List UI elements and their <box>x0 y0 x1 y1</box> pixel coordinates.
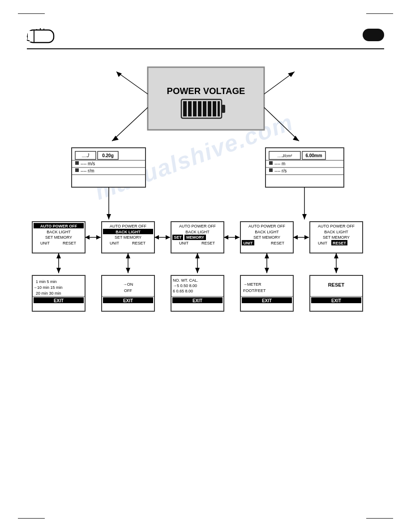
svg-marker-95 <box>304 235 309 240</box>
svg-text:EXIT: EXIT <box>54 298 64 303</box>
svg-text:POWER VOLTAGE: POWER VOLTAGE <box>167 86 245 96</box>
svg-text:RESET: RESET <box>271 241 285 245</box>
svg-text:AUTO POWER OFF: AUTO POWER OFF <box>179 224 216 228</box>
svg-line-21 <box>112 107 148 141</box>
svg-text:0.20g: 0.20g <box>102 153 114 158</box>
svg-text:SET  MEMORY: SET MEMORY <box>253 235 280 240</box>
border-bl <box>18 518 45 519</box>
svg-text:→10 min  15 min: →10 min 15 min <box>33 285 63 290</box>
svg-rect-14 <box>198 101 201 116</box>
svg-text:→ON: →ON <box>123 282 133 287</box>
svg-text:UNIT: UNIT <box>244 241 253 245</box>
svg-text:SET  MEMORY: SET MEMORY <box>45 235 72 240</box>
svg-text:AUTO POWER OFF: AUTO POWER OFF <box>248 224 285 228</box>
svg-rect-7 <box>148 67 264 130</box>
svg-text:---- m: ---- m <box>274 161 285 166</box>
svg-text:20 min  30 min: 20 min 30 min <box>36 291 61 296</box>
main-diagram: POWER VOLTAGE ....J 0.20g ---- m/s ---- … <box>27 54 384 479</box>
svg-marker-109 <box>126 253 130 258</box>
svg-marker-105 <box>56 268 61 273</box>
svg-marker-106 <box>56 253 61 258</box>
svg-rect-44 <box>269 161 273 165</box>
svg-text:---- r/m: ---- r/m <box>81 168 94 173</box>
svg-text:MEMORY: MEMORY <box>186 235 204 240</box>
header-line <box>27 48 384 49</box>
svg-text:EXIT: EXIT <box>193 298 202 303</box>
svg-text:RESET: RESET <box>328 282 345 287</box>
svg-text:→METER: →METER <box>243 282 261 287</box>
svg-text:---- r/s: ---- r/s <box>274 168 287 173</box>
svg-text:AUTO POWER OFF: AUTO POWER OFF <box>40 224 77 228</box>
svg-marker-117 <box>334 268 338 273</box>
svg-text:EXIT: EXIT <box>331 298 341 303</box>
svg-text:EXIT: EXIT <box>262 298 272 303</box>
svg-marker-112 <box>195 253 200 258</box>
svg-text:BACK LIGHT: BACK LIGHT <box>47 230 71 234</box>
svg-text:FOOT/FEET: FOOT/FEET <box>243 288 266 293</box>
svg-text:SET: SET <box>174 235 182 240</box>
svg-rect-126 <box>102 275 154 311</box>
svg-rect-13 <box>193 101 197 116</box>
svg-line-19 <box>116 72 148 94</box>
svg-text:SET  MEMORY: SET MEMORY <box>115 235 141 240</box>
svg-marker-64 <box>85 235 90 240</box>
svg-marker-86 <box>224 235 228 240</box>
svg-marker-20 <box>116 72 122 77</box>
svg-text:RESET: RESET <box>201 241 215 245</box>
svg-text:UNIT: UNIT <box>318 241 327 245</box>
svg-rect-12 <box>188 101 192 116</box>
svg-rect-46 <box>269 168 273 172</box>
svg-marker-114 <box>265 268 269 273</box>
svg-text:6.00mm: 6.00mm <box>305 153 322 158</box>
svg-marker-54 <box>302 214 307 219</box>
svg-rect-16 <box>208 101 211 116</box>
svg-text:UNIT: UNIT <box>40 241 50 245</box>
svg-text:BACK LIGHT: BACK LIGHT <box>116 230 141 234</box>
svg-rect-32 <box>75 161 79 165</box>
svg-rect-11 <box>183 101 187 116</box>
svg-marker-26 <box>293 136 299 141</box>
svg-rect-15 <box>203 101 206 116</box>
svg-rect-17 <box>213 101 216 116</box>
svg-text:EXIT: EXIT <box>123 298 133 303</box>
svg-text:....J/cm²: ....J/cm² <box>278 154 292 158</box>
svg-rect-145 <box>310 275 363 311</box>
svg-text:6   0.65   8.00: 6 0.65 8.00 <box>173 289 193 293</box>
svg-marker-74 <box>154 235 159 240</box>
svg-marker-118 <box>334 253 338 258</box>
svg-text:RESET: RESET <box>63 241 77 245</box>
svg-text:SET  MEMORY: SET MEMORY <box>323 235 350 240</box>
hand-icon <box>27 25 63 45</box>
border-br <box>366 518 393 519</box>
svg-rect-139 <box>240 275 293 311</box>
svg-text:BACK LIGHT: BACK LIGHT <box>324 230 348 234</box>
svg-rect-18 <box>218 101 220 116</box>
svg-marker-108 <box>126 268 130 273</box>
svg-marker-85 <box>235 235 240 240</box>
svg-text:AUTO POWER OFF: AUTO POWER OFF <box>110 224 146 228</box>
svg-marker-52 <box>107 214 111 219</box>
svg-marker-73 <box>166 235 170 240</box>
svg-text:---- m/s: ---- m/s <box>81 161 95 166</box>
svg-text:AUTO POWER OFF: AUTO POWER OFF <box>318 224 355 228</box>
svg-marker-63 <box>96 235 101 240</box>
svg-rect-34 <box>75 168 79 172</box>
svg-text:OFF: OFF <box>124 288 132 293</box>
header <box>27 25 384 45</box>
svg-text:RESET: RESET <box>132 241 146 245</box>
svg-marker-115 <box>265 253 269 258</box>
svg-text:RESET: RESET <box>333 241 347 245</box>
svg-text:→5   0.50   8.00: →5 0.50 8.00 <box>173 283 197 288</box>
svg-text:BACK LIGHT: BACK LIGHT <box>255 230 279 234</box>
svg-rect-1 <box>28 31 34 42</box>
page-number <box>363 29 384 41</box>
svg-marker-111 <box>195 268 200 273</box>
svg-text:1 min    5 min: 1 min 5 min <box>36 279 57 284</box>
svg-text:BACK LIGHT: BACK LIGHT <box>185 230 210 234</box>
svg-text:NO.  WT.   CAL.: NO. WT. CAL. <box>173 278 198 283</box>
svg-line-25 <box>264 107 299 141</box>
border-tl <box>18 13 45 14</box>
svg-rect-10 <box>222 105 225 113</box>
svg-text:UNIT: UNIT <box>179 241 188 245</box>
svg-marker-22 <box>112 136 119 141</box>
